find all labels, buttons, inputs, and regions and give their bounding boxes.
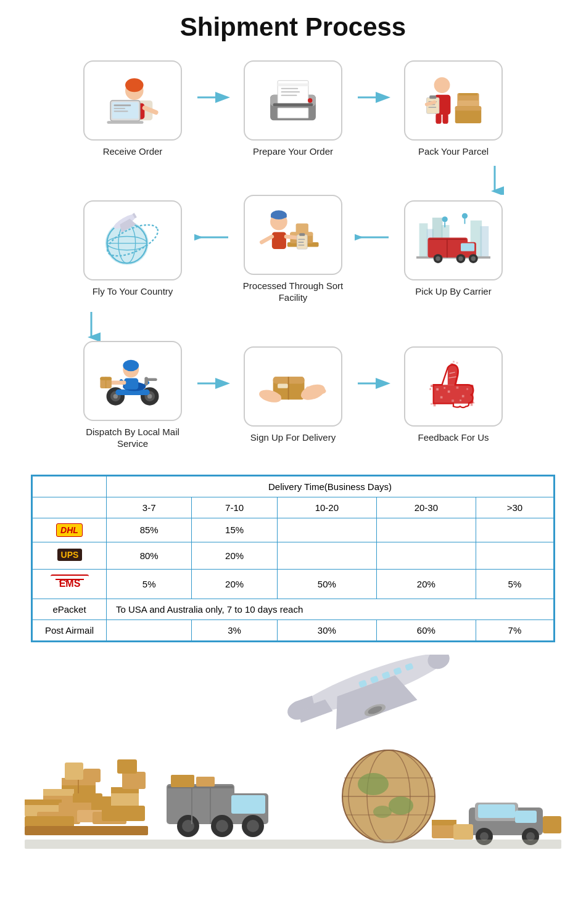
ups-logo: UPS bbox=[54, 547, 86, 564]
svg-point-196 bbox=[373, 806, 392, 818]
process-grid: Receive Order bbox=[25, 60, 561, 456]
svg-rect-134 bbox=[431, 385, 433, 387]
ups-20-30 bbox=[376, 542, 476, 569]
svg-rect-142 bbox=[450, 363, 453, 366]
col-20-30: 20-30 bbox=[376, 497, 476, 518]
svg-rect-135 bbox=[429, 388, 431, 390]
svg-rect-63 bbox=[298, 239, 305, 240]
svg-point-82 bbox=[471, 256, 476, 261]
step-label-sign: Sign Up For Delivery bbox=[250, 431, 336, 444]
table-empty-header bbox=[33, 476, 107, 497]
ems-3-7: 5% bbox=[107, 569, 192, 599]
svg-rect-217 bbox=[515, 811, 537, 823]
svg-rect-183 bbox=[191, 785, 192, 824]
svg-text:UPS: UPS bbox=[60, 550, 78, 560]
epacket-note: To USA and Australia only, 7 to 10 days … bbox=[107, 599, 554, 619]
arrow-5-4 bbox=[194, 228, 231, 270]
step-label-prepare: Prepare Your Order bbox=[253, 145, 333, 158]
svg-rect-104 bbox=[124, 378, 138, 389]
svg-rect-140 bbox=[471, 404, 473, 406]
post-10-20: 30% bbox=[277, 619, 376, 640]
step-fly-country: Fly To Your Country bbox=[71, 200, 194, 298]
step-label-fly: Fly To Your Country bbox=[93, 285, 173, 298]
step-dispatch-local: Dispatch By Local Mail Service bbox=[71, 341, 194, 450]
svg-rect-122 bbox=[270, 392, 273, 396]
svg-rect-121 bbox=[264, 392, 268, 396]
svg-point-30 bbox=[434, 77, 450, 93]
svg-rect-29 bbox=[455, 106, 481, 110]
ems-20-30: 20% bbox=[376, 569, 476, 599]
step-label-pack: Pack Your Parcel bbox=[418, 145, 489, 158]
svg-line-37 bbox=[427, 102, 435, 105]
svg-rect-54 bbox=[296, 223, 308, 233]
col-carrier bbox=[33, 497, 107, 518]
step-label-receive: Receive Order bbox=[103, 145, 163, 158]
ups-10-20 bbox=[277, 542, 376, 569]
post-3-7 bbox=[107, 619, 192, 640]
svg-rect-144 bbox=[456, 362, 458, 364]
svg-rect-170 bbox=[83, 769, 101, 782]
dhl-logo: DHL bbox=[56, 523, 83, 537]
down-arrow-1 bbox=[25, 164, 561, 195]
svg-rect-19 bbox=[281, 95, 297, 96]
svg-point-78 bbox=[435, 256, 440, 261]
ups-7-10: 20% bbox=[192, 542, 277, 569]
svg-point-214 bbox=[480, 832, 489, 841]
step-label-carrier: Pick Up By Carrier bbox=[415, 285, 491, 298]
svg-point-87 bbox=[462, 213, 468, 219]
step-box-feedback bbox=[404, 346, 503, 427]
svg-rect-18 bbox=[281, 91, 300, 92]
process-row-1: Receive Order bbox=[25, 60, 561, 158]
step-box-sign bbox=[244, 346, 342, 427]
svg-rect-76 bbox=[461, 243, 474, 251]
svg-rect-72 bbox=[480, 226, 489, 258]
dhl-20-30 bbox=[376, 518, 476, 542]
svg-rect-169 bbox=[65, 763, 83, 780]
svg-rect-120 bbox=[318, 386, 321, 390]
dhl-10-20 bbox=[277, 518, 376, 542]
ems-7-10: 20% bbox=[192, 569, 277, 599]
svg-rect-21 bbox=[273, 104, 313, 107]
svg-rect-36 bbox=[428, 107, 436, 108]
svg-rect-9 bbox=[114, 104, 131, 106]
page-title: Shipment Process bbox=[25, 12, 561, 42]
epacket-label: ePacket bbox=[33, 599, 107, 619]
svg-rect-184 bbox=[210, 785, 211, 824]
svg-rect-128 bbox=[440, 396, 443, 399]
step-receive-order: Receive Order bbox=[71, 60, 194, 158]
arrow-8-9 bbox=[355, 374, 392, 416]
process-row-2: Fly To Your Country bbox=[25, 195, 561, 304]
svg-rect-212 bbox=[478, 804, 515, 818]
svg-rect-163 bbox=[25, 816, 74, 827]
svg-rect-17 bbox=[281, 88, 299, 89]
svg-rect-219 bbox=[432, 820, 456, 825]
svg-point-80 bbox=[458, 256, 463, 261]
svg-rect-222 bbox=[25, 840, 561, 849]
svg-rect-65 bbox=[298, 244, 304, 245]
svg-rect-141 bbox=[473, 402, 474, 404]
svg-point-85 bbox=[442, 216, 448, 222]
svg-rect-131 bbox=[466, 388, 468, 390]
svg-rect-8 bbox=[107, 121, 143, 124]
svg-line-59 bbox=[262, 236, 272, 242]
svg-rect-57 bbox=[271, 215, 287, 218]
ups-logo-cell: UPS bbox=[33, 542, 107, 569]
dhl-logo-cell: DHL bbox=[33, 518, 107, 542]
svg-rect-186 bbox=[196, 777, 215, 787]
svg-point-22 bbox=[308, 98, 312, 102]
step-label-dispatch: Dispatch By Local Mail Service bbox=[71, 426, 194, 450]
step-sign-delivery: Sign Up For Delivery bbox=[231, 346, 355, 444]
arrow-7-8 bbox=[194, 374, 231, 416]
svg-rect-130 bbox=[452, 399, 454, 402]
svg-rect-132 bbox=[444, 387, 445, 389]
ems-logo: EMS bbox=[51, 574, 89, 594]
svg-point-194 bbox=[358, 773, 389, 795]
svg-rect-168 bbox=[102, 806, 145, 821]
svg-rect-158 bbox=[25, 799, 62, 805]
post-20-30: 60% bbox=[376, 619, 476, 640]
svg-rect-64 bbox=[298, 242, 303, 243]
svg-rect-137 bbox=[472, 390, 474, 391]
svg-rect-126 bbox=[448, 391, 450, 393]
svg-rect-125 bbox=[436, 388, 439, 391]
svg-rect-58 bbox=[272, 232, 286, 249]
